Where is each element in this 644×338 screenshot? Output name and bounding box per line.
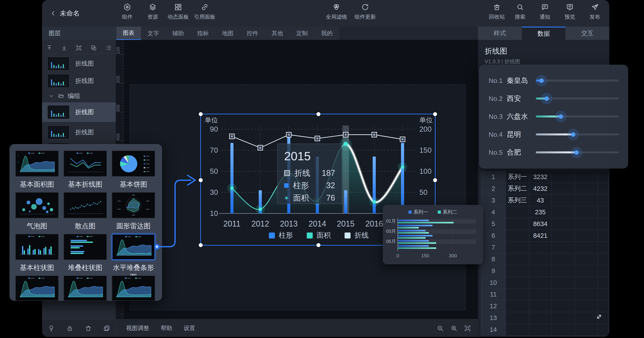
picker-item-bar[interactable]: 基本柱状图 — [15, 234, 59, 272]
help-button[interactable]: 帮助 — [161, 324, 172, 332]
trash-icon[interactable] — [85, 325, 92, 332]
zoom-out-icon[interactable] — [436, 324, 444, 332]
group-label: 编组 — [68, 92, 80, 100]
global-filter-button[interactable]: 全局滤镜 — [322, 3, 351, 20]
legend-label: 系列一 — [414, 209, 428, 215]
table-resize-icon[interactable] — [594, 312, 604, 321]
picker-item-bubble[interactable]: 气泡图 — [15, 192, 59, 231]
slider-track[interactable] — [536, 133, 619, 135]
widget-legend-item: 系列二 — [438, 209, 457, 215]
zoom-in-icon[interactable] — [450, 324, 458, 332]
tab-text[interactable]: 文字 — [141, 27, 166, 40]
dynamic-panel-button[interactable]: 动态面板 — [164, 3, 192, 20]
table-row[interactable]: 4235 — [481, 206, 608, 218]
tab-interaction[interactable]: 交互 — [566, 27, 609, 40]
table-row[interactable]: 12 — [481, 300, 608, 312]
back-button[interactable]: 未命名 — [50, 0, 80, 27]
layer-item[interactable]: 折线图 — [42, 73, 116, 89]
resize-handle-sw[interactable] — [199, 243, 203, 247]
slider-handle[interactable] — [574, 150, 579, 155]
picker-item-stacked-bar[interactable]: 堆叠柱状图 — [64, 234, 107, 272]
row-number-cell: 2 — [481, 183, 506, 195]
tab-auxiliary[interactable]: 辅助 — [166, 27, 190, 40]
settings-button[interactable]: 设置 — [184, 324, 195, 332]
resize-handle-s[interactable] — [316, 243, 320, 247]
resize-handle-w[interactable] — [199, 178, 203, 182]
components-button[interactable]: 组件 — [113, 3, 142, 20]
table-row[interactable]: 3系列三43 — [481, 195, 608, 206]
resources-button[interactable]: 资源 — [138, 3, 167, 20]
ungroup-icon[interactable] — [90, 45, 97, 51]
picker-item-area[interactable]: 基本面积图 — [15, 150, 59, 189]
layer-group-row[interactable]: 编组 — [42, 90, 116, 102]
data-table[interactable]: 1系列一32322系列二42323系列三43423558634684217891… — [481, 171, 608, 337]
tab-map[interactable]: 地图 — [215, 27, 240, 40]
picker-item-horizontal-stacked-selected[interactable]: 水平堆叠条形图 — [112, 234, 155, 282]
tab-custom[interactable]: 定制 — [290, 27, 314, 40]
table-row[interactable]: 14 — [481, 324, 608, 335]
reference-panel-button[interactable]: 引用面板 — [190, 3, 219, 20]
tab-charts[interactable]: 图表 — [116, 27, 141, 40]
picker-item-radar[interactable]: 圆形雷达图 — [112, 192, 155, 231]
resize-handle-e[interactable] — [433, 178, 437, 182]
send-to-back-icon[interactable] — [61, 45, 68, 51]
group-icon[interactable] — [76, 45, 82, 51]
picker-item-scatter[interactable]: 散点图 — [64, 192, 107, 231]
layer-item-selected[interactable]: 折线图 — [42, 102, 116, 122]
table-row[interactable]: 13 — [481, 312, 608, 324]
copy-icon[interactable] — [103, 325, 110, 332]
notifications-button[interactable]: 通知 — [530, 3, 559, 20]
slider-track[interactable] — [536, 115, 619, 117]
table-row[interactable]: 58634 — [481, 218, 608, 230]
layer-item[interactable]: 折线图 — [42, 55, 116, 72]
tab-controls[interactable]: 控件 — [240, 27, 265, 40]
table-row[interactable]: 8 — [481, 253, 608, 265]
tab-indicators[interactable]: 指标 — [190, 27, 215, 40]
search-button[interactable]: 搜索 — [506, 3, 534, 20]
design-canvas[interactable]: 单位单位907050301020015010050020112012201320… — [124, 40, 478, 319]
view-adjust-button[interactable]: 视图调整 — [126, 324, 149, 332]
slider-track[interactable] — [536, 98, 619, 99]
bring-to-front-icon[interactable] — [46, 45, 53, 51]
tab-style[interactable]: 样式 — [478, 27, 522, 40]
slider-handle[interactable] — [571, 132, 576, 137]
publish-button[interactable]: 发布 — [580, 3, 609, 20]
slider-track[interactable] — [536, 151, 619, 153]
slider-track[interactable] — [536, 80, 619, 82]
tab-mine[interactable]: 我的 — [314, 27, 339, 40]
document-title: 未命名 — [60, 9, 80, 18]
row-number-cell: 7 — [481, 242, 506, 253]
table-row[interactable]: 7 — [481, 242, 608, 253]
table-row[interactable]: 68421 — [481, 230, 608, 242]
resize-handle-nw[interactable] — [199, 112, 203, 116]
slider-handle[interactable] — [558, 114, 563, 119]
picker-item-pie[interactable]: 基本饼图 — [112, 150, 155, 189]
chart-legend-item[interactable]: 柱形 — [269, 231, 293, 240]
table-cell — [575, 324, 598, 335]
chart-legend-item[interactable]: 面积 — [307, 231, 331, 240]
tab-data[interactable]: 数据 — [522, 27, 566, 40]
resize-handle-n[interactable] — [316, 112, 320, 116]
picker-item-partial[interactable] — [64, 275, 107, 301]
table-row[interactable]: 2系列二4232 — [481, 183, 608, 195]
table-row[interactable]: 10 — [481, 277, 608, 289]
picker-item-partial[interactable] — [15, 275, 59, 301]
component-update-button[interactable]: 组件更新 — [351, 3, 380, 20]
slider-handle[interactable] — [544, 96, 549, 101]
mini-bar-chart-widget[interactable]: 系列一 系列二 01月03月05月0150300 — [383, 205, 483, 264]
picker-item-partial[interactable] — [112, 275, 155, 301]
table-row[interactable]: 1系列一3232 — [481, 171, 608, 183]
fit-screen-icon[interactable] — [464, 324, 472, 332]
table-row[interactable]: 11 — [481, 289, 608, 300]
resize-handle-ne[interactable] — [433, 112, 437, 116]
lightbulb-icon[interactable] — [48, 325, 55, 332]
slider-handle[interactable] — [539, 78, 544, 83]
table-row[interactable]: 9 — [481, 265, 608, 277]
layer-item[interactable]: 折线图 — [42, 124, 116, 140]
preview-button[interactable]: 预览 — [556, 3, 584, 20]
tab-others[interactable]: 其他 — [265, 27, 290, 40]
picker-item-line[interactable]: 基本折线图 — [64, 150, 107, 189]
lock-icon[interactable] — [66, 325, 73, 332]
layer-list-icon[interactable] — [105, 45, 112, 51]
chart-legend-item[interactable]: 折线 — [344, 231, 369, 240]
